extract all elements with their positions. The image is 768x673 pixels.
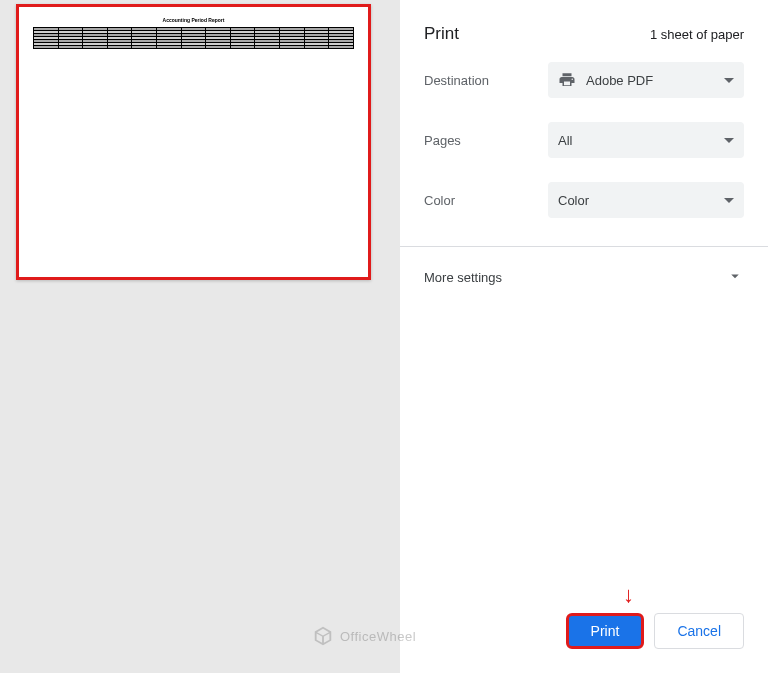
destination-row: Destination Adobe PDF <box>424 62 744 98</box>
chevron-down-icon <box>724 78 734 83</box>
color-dropdown[interactable]: Color <box>548 182 744 218</box>
pages-dropdown[interactable]: All <box>548 122 744 158</box>
footer: Print Cancel <box>400 589 768 673</box>
printer-icon <box>558 71 576 89</box>
preview-table <box>33 27 354 49</box>
chevron-down-icon <box>724 138 734 143</box>
watermark-logo-icon <box>312 625 334 647</box>
color-value: Color <box>558 193 589 208</box>
arrow-annotation-icon: ↓ <box>623 582 634 608</box>
print-button[interactable]: Print <box>566 613 645 649</box>
header-row: Print 1 sheet of paper <box>400 0 768 62</box>
print-button-label: Print <box>591 623 620 639</box>
destination-label: Destination <box>424 73 548 88</box>
settings-section: Destination Adobe PDF Pages All Color Co… <box>400 62 768 242</box>
destination-dropdown[interactable]: Adobe PDF <box>548 62 744 98</box>
destination-value: Adobe PDF <box>586 73 653 88</box>
color-row: Color Color <box>424 182 744 218</box>
more-settings-label: More settings <box>424 270 502 285</box>
cancel-button[interactable]: Cancel <box>654 613 744 649</box>
chevron-down-icon <box>726 267 744 288</box>
color-label: Color <box>424 193 548 208</box>
pages-row: Pages All <box>424 122 744 158</box>
preview-page: Accounting Period Report <box>16 4 371 280</box>
preview-panel: Accounting Period Report OfficeWheel <box>0 0 400 673</box>
chevron-down-icon <box>724 198 734 203</box>
sheet-count: 1 sheet of paper <box>650 27 744 42</box>
pages-label: Pages <box>424 133 548 148</box>
cancel-button-label: Cancel <box>677 623 721 639</box>
pages-value: All <box>558 133 572 148</box>
print-panel: Print 1 sheet of paper Destination Adobe… <box>400 0 768 673</box>
print-title: Print <box>424 24 459 44</box>
more-settings-toggle[interactable]: More settings <box>400 247 768 308</box>
preview-title: Accounting Period Report <box>33 17 354 23</box>
